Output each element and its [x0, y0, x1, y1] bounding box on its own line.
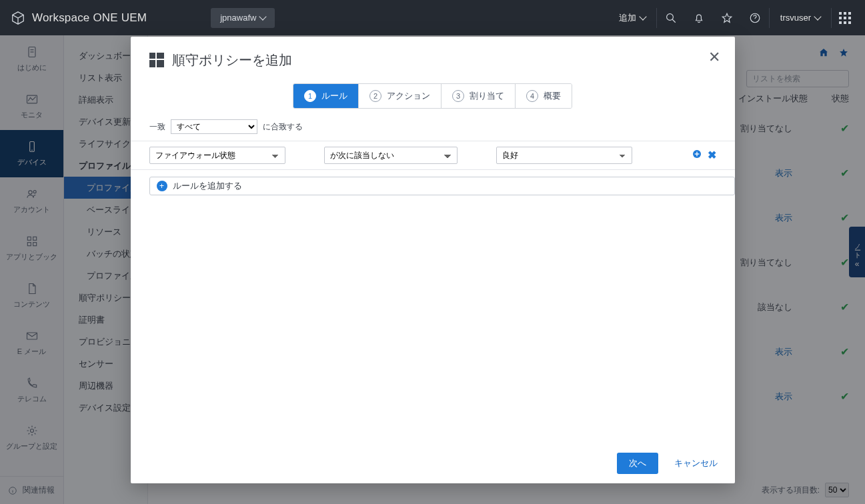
- svg-point-0: [666, 13, 673, 20]
- step-number: 1: [304, 90, 316, 102]
- tenant-selector[interactable]: jpnawafw: [211, 8, 275, 28]
- product-logo-icon: [11, 11, 25, 25]
- add-rule-label: ルールを追加する: [173, 180, 242, 192]
- plus-icon: +: [157, 181, 167, 191]
- wizard-step-summary[interactable]: 4 概要: [515, 84, 572, 108]
- help-icon[interactable]: [741, 0, 769, 35]
- modal-title: 順守ポリシーを追加: [149, 51, 292, 69]
- step-label: ルール: [321, 90, 347, 102]
- rule-operator-select[interactable]: が次に該当しない: [324, 147, 458, 164]
- step-label: 概要: [544, 90, 561, 102]
- chevron-down-icon: [259, 13, 267, 20]
- modal-footer: 次へ キャンセル: [131, 443, 735, 483]
- step-number: 3: [452, 90, 464, 102]
- step-label: 割り当て: [470, 90, 504, 102]
- match-type-select[interactable]: すべて: [171, 119, 257, 134]
- rule-field-select[interactable]: ファイアウォール状態: [149, 147, 285, 164]
- search-icon[interactable]: [657, 0, 685, 35]
- add-menu-label: 追加: [619, 12, 636, 24]
- bell-icon[interactable]: [685, 0, 713, 35]
- app-launcher-icon[interactable]: [832, 0, 858, 35]
- add-compliance-policy-modal: 順守ポリシーを追加 ✕ 1 ルール 2 アクション 3 割り当て 4: [131, 37, 735, 483]
- windows-icon: [149, 53, 164, 67]
- next-button[interactable]: 次へ: [617, 453, 658, 474]
- chevron-down-icon: [639, 13, 646, 20]
- match-post-label: に合致する: [263, 121, 303, 133]
- wizard-step-rules[interactable]: 1 ルール: [293, 84, 358, 108]
- close-icon[interactable]: ✕: [708, 49, 720, 66]
- rule-value-select[interactable]: 良好: [496, 147, 632, 164]
- match-condition-row: 一致 すべて に合致する: [131, 119, 735, 141]
- rule-row: ファイアウォール状態 が次に該当しない 良好 ✖: [131, 141, 735, 170]
- star-icon[interactable]: [713, 0, 741, 35]
- add-rule-button[interactable]: + ルールを追加する: [149, 177, 735, 195]
- modal-overlay: 順守ポリシーを追加 ✕ 1 ルール 2 アクション 3 割り当て 4: [0, 35, 865, 504]
- wizard-step-assignment[interactable]: 3 割り当て: [441, 84, 515, 108]
- svg-rect-22: [694, 153, 699, 154]
- remove-rule-icon[interactable]: ✖: [708, 149, 716, 162]
- modal-title-text: 順守ポリシーを追加: [172, 51, 292, 69]
- step-number: 4: [526, 90, 538, 102]
- wizard-steps: 1 ルール 2 アクション 3 割り当て 4 概要: [131, 83, 735, 119]
- user-menu[interactable]: trsvuser: [770, 13, 831, 23]
- product-title: Workspace ONE UEM: [32, 11, 147, 25]
- match-pre-label: 一致: [149, 121, 165, 133]
- add-menu[interactable]: 追加: [608, 12, 656, 24]
- tenant-name: jpnawafw: [220, 13, 256, 23]
- svg-line-1: [672, 19, 676, 23]
- wizard-step-actions[interactable]: 2 アクション: [358, 84, 441, 108]
- user-name: trsvuser: [780, 13, 811, 23]
- chevron-down-icon: [814, 13, 821, 20]
- add-rule-icon[interactable]: [692, 149, 702, 162]
- step-number: 2: [369, 90, 381, 102]
- topbar: Workspace ONE UEM jpnawafw 追加 trsvuser: [0, 0, 865, 35]
- step-label: アクション: [387, 90, 430, 102]
- cancel-button[interactable]: キャンセル: [674, 457, 718, 469]
